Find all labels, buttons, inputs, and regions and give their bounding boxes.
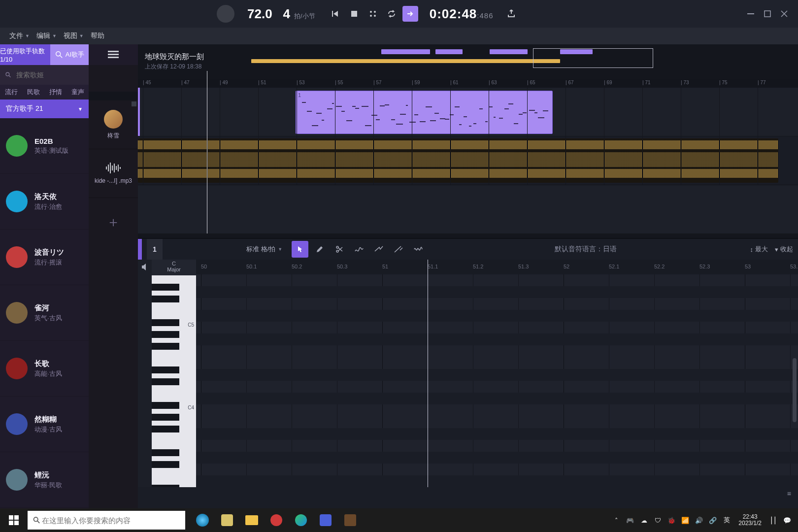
ai-singer-button[interactable]: AI歌手 xyxy=(50,44,89,65)
singer-item[interactable]: 鲤沅华丽·民歌 xyxy=(0,452,89,508)
singer-group-dropdown[interactable]: 官方歌手 21 ▼ xyxy=(0,100,89,118)
taskbar-app-1[interactable] xyxy=(190,508,215,532)
tray-link-icon[interactable]: 🔗 xyxy=(706,508,720,532)
svg-rect-24 xyxy=(14,515,19,520)
auto-scroll-button[interactable] xyxy=(402,6,418,22)
collapse-pianoroll[interactable]: ▾收起 xyxy=(775,245,793,254)
cat-child[interactable]: 童声 xyxy=(71,88,84,97)
singer-search[interactable] xyxy=(0,65,89,85)
singer-item[interactable]: 洛天依流行·治愈 xyxy=(0,174,89,230)
timeline-playhead[interactable] xyxy=(207,71,207,233)
pianoroll-vscrollbar[interactable] xyxy=(793,358,797,422)
stop-button[interactable] xyxy=(346,6,362,22)
metronome-button[interactable] xyxy=(365,6,381,22)
singer-item[interactable]: 长歌高能·古风 xyxy=(0,341,89,397)
windows-icon xyxy=(9,515,19,525)
tray-volume-icon[interactable]: 🔊 xyxy=(692,508,706,532)
midi-clip[interactable]: 1 xyxy=(296,91,553,134)
taskbar-app-6[interactable] xyxy=(313,508,338,532)
tray-icon-1[interactable]: 🎮 xyxy=(623,508,637,532)
taskbar-search-input[interactable] xyxy=(41,516,180,525)
close-button[interactable] xyxy=(777,7,791,21)
pianoroll-grid[interactable] xyxy=(196,274,798,487)
singer-tags: 动漫·古风 xyxy=(34,425,62,434)
piano-keyboard[interactable]: C5C4 xyxy=(152,275,196,487)
singer-item[interactable]: E02B英语·测试版 xyxy=(0,118,89,174)
time-signature[interactable]: 4 拍/小节 xyxy=(283,6,315,22)
menu-view[interactable]: 视图▼ xyxy=(60,28,87,44)
start-button[interactable] xyxy=(0,508,28,532)
wave-tool[interactable] xyxy=(410,241,427,258)
time-display[interactable]: 0:02:48:486 xyxy=(430,6,494,22)
singer-item[interactable]: 雀河英气·古风 xyxy=(0,285,89,341)
pianoroll-playhead[interactable] xyxy=(428,260,428,487)
svg-point-4 xyxy=(370,15,372,17)
scale-display[interactable]: C Major xyxy=(152,260,196,275)
tempo-display[interactable]: 72.0 xyxy=(247,6,272,22)
minimize-button[interactable] xyxy=(744,7,758,21)
singer-item[interactable]: 波音リツ流行·摇滚 xyxy=(0,230,89,285)
cat-pop[interactable]: 流行 xyxy=(5,88,18,97)
audio-clip[interactable] xyxy=(138,138,778,183)
overview-window[interactable] xyxy=(533,48,653,68)
scissors-tool[interactable] xyxy=(331,241,348,258)
tray-ime[interactable]: 英 xyxy=(720,508,733,532)
add-track-button[interactable]: ＋ xyxy=(89,198,138,246)
menu-file[interactable]: 文件▼ xyxy=(6,28,33,44)
vibrato-tool[interactable] xyxy=(390,241,407,258)
taskbar-search[interactable] xyxy=(28,511,185,530)
track-panel-menu[interactable] xyxy=(89,44,138,65)
menu-help[interactable]: 帮助 xyxy=(87,28,108,44)
user-avatar[interactable] xyxy=(217,5,234,23)
tray-wifi-icon[interactable]: 📶 xyxy=(678,508,692,532)
singer-item[interactable]: 然糊糊动漫·古风 xyxy=(0,397,89,452)
timeline-track-audio[interactable] xyxy=(138,136,798,185)
maximize-button[interactable] xyxy=(761,7,774,21)
tray-icon-4[interactable]: 🐞 xyxy=(665,508,678,532)
tray-app-icon[interactable]: ⎮⎮ xyxy=(766,508,780,532)
track-audio-name: kide -...I] .mp3 xyxy=(95,177,132,184)
pencil-tool[interactable] xyxy=(311,241,328,258)
singer-tags: 流行·摇滚 xyxy=(34,258,64,267)
loop-button[interactable] xyxy=(384,6,399,22)
part-number[interactable]: 1 xyxy=(147,239,163,260)
arrangement-overview[interactable] xyxy=(251,48,793,67)
tray-clock[interactable]: 22:43 2023/1/2 xyxy=(733,514,766,527)
taskbar-app-2[interactable] xyxy=(215,508,239,532)
track-singer-name: 柊雪 xyxy=(107,132,119,140)
default-lyric-language[interactable]: 默认音符语言：日语 xyxy=(555,245,617,254)
timeline-ruler[interactable]: | 45| 47| 49| 51| 53| 55| 57| 59| 61| 63… xyxy=(138,79,798,88)
pitch-tool[interactable] xyxy=(351,241,367,258)
tray-security-icon[interactable]: 🛡 xyxy=(651,508,665,532)
singer-name: 鲤沅 xyxy=(34,470,62,480)
tray-overflow[interactable]: ˄ xyxy=(609,508,623,532)
track-header-singer[interactable]: 柊雪 xyxy=(89,100,138,149)
svg-point-22 xyxy=(336,250,338,252)
timeline-track-singer[interactable]: 1 xyxy=(138,88,798,136)
menu-edit[interactable]: 编辑▼ xyxy=(33,28,60,44)
track-header-audio[interactable]: kide -...I] .mp3 xyxy=(89,149,138,198)
expand-params-button[interactable]: ≡ xyxy=(787,490,791,498)
pointer-tool[interactable] xyxy=(292,241,308,258)
svg-point-21 xyxy=(336,246,338,248)
taskbar-explorer[interactable] xyxy=(239,508,264,532)
part-color-tab xyxy=(138,239,142,260)
taskbar-app-4[interactable] xyxy=(264,508,289,532)
export-button[interactable] xyxy=(503,6,519,22)
tray-notifications[interactable]: 💬 xyxy=(780,508,794,532)
taskbar-edge[interactable] xyxy=(289,508,313,532)
singer-avatar xyxy=(6,413,28,435)
audition-toggle[interactable] xyxy=(139,262,150,272)
singer-search-input[interactable] xyxy=(15,70,84,79)
pianoroll-ruler[interactable]: 5050.150.250.35151.151.251.35252.152.252… xyxy=(196,260,798,274)
track-options-icon[interactable] xyxy=(132,101,136,106)
tray-onedrive-icon[interactable]: ☁ xyxy=(637,508,651,532)
cat-ballad[interactable]: 抒情 xyxy=(49,88,62,97)
cat-folk[interactable]: 民歌 xyxy=(27,88,40,97)
line-tool[interactable] xyxy=(370,241,387,258)
svg-rect-25 xyxy=(9,521,13,525)
timeline-track-empty[interactable] xyxy=(138,185,798,234)
taskbar-app-7[interactable] xyxy=(338,508,363,532)
maximize-pianoroll[interactable]: ↕最大 xyxy=(750,245,768,254)
skip-start-button[interactable] xyxy=(328,6,343,22)
